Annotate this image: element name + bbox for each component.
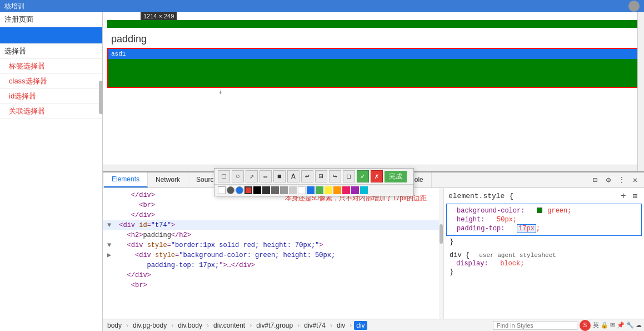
crumb-t7[interactable]: div#t7.group bbox=[254, 321, 295, 330]
preview-green-top-bar bbox=[107, 20, 640, 28]
tab-elements[interactable]: Elements bbox=[104, 172, 148, 187]
code-scrollbar[interactable] bbox=[439, 188, 443, 319]
color-dot-blue[interactable] bbox=[236, 186, 243, 194]
status-icons: 英 🔒 ✉ 📌 🔧 ☁ bbox=[593, 321, 642, 329]
sidebar-item-tag-selector[interactable]: 标签选择器 bbox=[0, 59, 102, 74]
ann-btn-clear[interactable]: ◻ bbox=[343, 170, 355, 182]
color-square-white[interactable] bbox=[218, 186, 226, 194]
color-square-lightgray[interactable] bbox=[289, 186, 297, 194]
styles-add-button[interactable]: + bbox=[618, 191, 628, 201]
element-style-block: background-color: green; height: 50px; bbox=[446, 204, 642, 236]
asd1-label: asd1 bbox=[109, 50, 127, 58]
tab-network[interactable]: Network bbox=[148, 172, 188, 187]
color-square-orange[interactable] bbox=[333, 186, 341, 194]
padding-value-highlight[interactable]: 17px bbox=[517, 224, 536, 233]
ann-btn-redo[interactable]: ↪ bbox=[329, 170, 341, 182]
devtools-close-icon[interactable]: ✕ bbox=[630, 174, 641, 185]
ann-btn-pen[interactable]: ✏ bbox=[259, 170, 272, 182]
top-bar: 核培训 bbox=[0, 0, 644, 12]
preview-red-box: asd1 bbox=[107, 48, 640, 88]
devtools-more-icon[interactable]: ⋮ bbox=[616, 174, 627, 185]
color-swatch-green[interactable] bbox=[537, 208, 542, 213]
color-square-pink[interactable] bbox=[342, 186, 350, 194]
size-tooltip: 1214 × 249 bbox=[141, 12, 177, 20]
sidebar: 注册页面 选择器 标签选择器 class选择器 id选择器 关联选择器 bbox=[0, 12, 103, 331]
ann-btn-cancel[interactable]: ✗ bbox=[371, 170, 383, 182]
code-line-div-green[interactable]: ▶ <div style="background-color: green; h… bbox=[103, 250, 443, 260]
color-square-white2[interactable] bbox=[298, 186, 306, 194]
code-line-div-red[interactable]: ▼ <div style="border:1px solid red; heig… bbox=[103, 240, 443, 250]
app-title: 核培训 bbox=[4, 2, 24, 11]
code-line-h2: <h2>padding</h2> bbox=[103, 230, 443, 240]
user-agent-block: div { user agent stylesheet display: blo… bbox=[446, 249, 642, 278]
annotation-toolbar-top: □ ○ ↗ ✏ ■ A ↩ ⊡ ↪ ◻ ✓ ✗ 完成 bbox=[214, 169, 413, 184]
ann-btn-text[interactable]: A bbox=[287, 170, 299, 182]
crumb-content[interactable]: div.content bbox=[211, 321, 247, 330]
preview-vscroll[interactable] bbox=[637, 12, 644, 171]
preview-area: 1214 × 249 padding + asd1 bbox=[103, 12, 644, 171]
color-square-gray[interactable] bbox=[271, 186, 279, 194]
element-style-label: element.style { bbox=[448, 192, 513, 200]
crumb-body2[interactable]: div.body bbox=[176, 321, 204, 330]
color-square-cyan[interactable] bbox=[360, 186, 368, 194]
sogou-icon[interactable]: S bbox=[580, 320, 591, 331]
crumb-div2[interactable]: div bbox=[354, 321, 367, 330]
ann-btn-confirm[interactable]: ✓ bbox=[357, 170, 369, 182]
style-prop-display[interactable]: display: block; bbox=[450, 259, 638, 268]
devtools-body: </div> <br> </div> 本身还是50像素，只不对内部增加了17px… bbox=[103, 188, 644, 319]
sidebar-item-blue[interactable] bbox=[0, 27, 102, 44]
ann-btn-circle[interactable]: ○ bbox=[232, 170, 244, 182]
find-in-styles-input[interactable] bbox=[493, 321, 577, 330]
preview-padding-label: padding bbox=[103, 28, 644, 48]
style-prop-padding-top[interactable]: padding-top: 17px; bbox=[450, 224, 638, 233]
style-prop-height[interactable]: height: 50px; bbox=[450, 215, 638, 224]
preview-inner-green bbox=[108, 59, 638, 87]
code-scrollbar-thumb[interactable] bbox=[440, 224, 443, 244]
crumb-div1[interactable]: div bbox=[335, 321, 347, 330]
ann-btn-undo[interactable]: ↩ bbox=[301, 170, 313, 182]
complete-button[interactable]: 完成 bbox=[385, 171, 407, 182]
color-square-yellow[interactable] bbox=[325, 186, 332, 194]
sidebar-item-id-selector[interactable]: id选择器 bbox=[0, 89, 102, 104]
content-area: 1214 × 249 padding + asd1 bbox=[103, 12, 644, 331]
preview-inner-blue bbox=[108, 49, 638, 59]
style-prop-bg-color[interactable]: background-color: green; bbox=[450, 206, 638, 215]
color-square-green[interactable] bbox=[316, 186, 323, 194]
sidebar-item-selector[interactable]: 选择器 bbox=[0, 44, 102, 59]
code-line-t74[interactable]: ▼ <div id="t74"> bbox=[103, 220, 443, 230]
sidebar-item-class-selector[interactable]: class选择器 bbox=[0, 74, 102, 89]
color-square-darkgray[interactable] bbox=[262, 186, 270, 194]
code-line-close-div: </div> bbox=[103, 270, 443, 280]
crumb-body[interactable]: body bbox=[105, 321, 124, 330]
devtools-dock-icon[interactable]: ⊟ bbox=[590, 174, 601, 185]
color-square-purple[interactable] bbox=[351, 186, 359, 194]
sidebar-item-register[interactable]: 注册页面 bbox=[0, 12, 102, 27]
color-square-blue[interactable] bbox=[307, 186, 314, 194]
annotation-toolbar: □ ○ ↗ ✏ ■ A ↩ ⊡ ↪ ◻ ✓ ✗ 完成 bbox=[214, 168, 414, 196]
code-line-br: <br> bbox=[103, 280, 443, 290]
ann-btn-rect[interactable]: □ bbox=[218, 170, 230, 182]
ann-btn-fill[interactable]: ■ bbox=[273, 170, 286, 182]
crumb-pg-body[interactable]: div.pg-body bbox=[131, 321, 169, 330]
styles-filter-button[interactable]: ⊞ bbox=[631, 191, 640, 201]
main-layout: 注册页面 选择器 标签选择器 class选择器 id选择器 关联选择器 1214… bbox=[0, 12, 644, 331]
crosshair-marker: + bbox=[218, 88, 223, 97]
crumb-t74[interactable]: div#t74 bbox=[302, 321, 328, 330]
color-dot-dark[interactable] bbox=[227, 186, 234, 194]
styles-close-brace: } bbox=[446, 237, 642, 247]
annotation-toolbar-colors bbox=[214, 184, 413, 196]
styles-panel: element.style { + ⊞ background-color: bbox=[444, 188, 644, 319]
ann-btn-arrow[interactable]: ↗ bbox=[246, 170, 258, 182]
ann-btn-copy[interactable]: ⊡ bbox=[315, 170, 327, 182]
color-square-midgray[interactable] bbox=[280, 186, 288, 194]
code-panel[interactable]: </div> <br> </div> 本身还是50像素，只不对内部增加了17px… bbox=[103, 188, 444, 319]
sidebar-item-related-selector[interactable]: 关联选择器 bbox=[0, 104, 102, 119]
styles-header: element.style { + ⊞ bbox=[446, 190, 642, 202]
code-line-div-green-cont: padding-top: 17px;">…</div> bbox=[103, 260, 443, 270]
color-square-black[interactable] bbox=[253, 186, 261, 194]
user-avatar bbox=[628, 1, 640, 12]
devtools-settings-icon[interactable]: ⚙ bbox=[603, 174, 614, 185]
sidebar-scrollbar[interactable] bbox=[99, 81, 103, 114]
devtools-tab-icons: ⊟ ⚙ ⋮ ✕ bbox=[590, 172, 644, 187]
color-square-red[interactable] bbox=[244, 186, 252, 194]
